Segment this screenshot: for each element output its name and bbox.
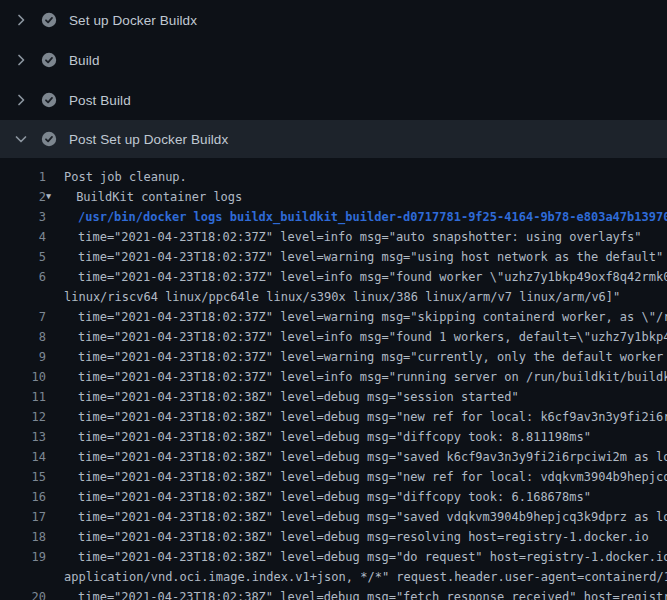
log-line-number: 18 (0, 527, 46, 547)
log-line-number: 1 (0, 167, 46, 187)
log-line-text: application/vnd.oci.image.index.v1+json,… (64, 567, 667, 587)
step-row[interactable]: Post Build (0, 80, 667, 120)
log-line-number: 10 (0, 367, 46, 387)
log-line-text: time="2021-04-23T18:02:38Z" level=debug … (78, 587, 667, 600)
log-area: 1 Post job cleanup. 2 ▼BuildKit containe… (0, 158, 667, 600)
log-line-text: time="2021-04-23T18:02:38Z" level=debug … (78, 427, 667, 447)
log-line-number: 19 (0, 547, 46, 567)
log-line-text: Post job cleanup. (64, 167, 667, 187)
step-row[interactable]: Build (0, 40, 667, 80)
log-line[interactable]: 16 time="2021-04-23T18:02:38Z" level=deb… (0, 487, 667, 507)
log-line[interactable]: 17 time="2021-04-23T18:02:38Z" level=deb… (0, 507, 667, 527)
log-line-number: 2 (0, 187, 46, 207)
log-line[interactable]: 2 ▼BuildKit container logs (0, 187, 667, 207)
log-line-text: time="2021-04-23T18:02:37Z" level=info m… (78, 367, 667, 387)
log-line-number: 15 (0, 467, 46, 487)
log-line[interactable]: 15 time="2021-04-23T18:02:38Z" level=deb… (0, 467, 667, 487)
check-circle-icon (41, 131, 57, 147)
log-line-number: 13 (0, 427, 46, 447)
log-line[interactable]: 13 time="2021-04-23T18:02:38Z" level=deb… (0, 427, 667, 447)
log-line-text: /usr/bin/docker logs buildx_buildkit_bui… (78, 207, 667, 227)
chevron-right-icon[interactable] (13, 92, 29, 108)
log-line[interactable]: 10 time="2021-04-23T18:02:37Z" level=inf… (0, 367, 667, 387)
log-line[interactable]: 14 time="2021-04-23T18:02:38Z" level=deb… (0, 447, 667, 467)
step-label: Post Set up Docker Buildx (69, 132, 228, 147)
log-line-text: time="2021-04-23T18:02:38Z" level=debug … (78, 447, 667, 467)
log-line-number: 9 (0, 347, 46, 367)
log-line[interactable]: 3 /usr/bin/docker logs buildx_buildkit_b… (0, 207, 667, 227)
log-line-text: time="2021-04-23T18:02:38Z" level=debug … (78, 467, 667, 487)
log-line-text: time="2021-04-23T18:02:38Z" level=debug … (78, 527, 667, 547)
steps-list: Set up Docker Buildx Build P (0, 0, 667, 158)
check-circle-icon (41, 12, 57, 28)
log-line-text: time="2021-04-23T18:02:37Z" level=info m… (78, 267, 667, 287)
log-line[interactable]: application/vnd.oci.image.index.v1+json,… (0, 567, 667, 587)
step-row[interactable]: Set up Docker Buildx (0, 0, 667, 40)
log-line[interactable]: 5 time="2021-04-23T18:02:37Z" level=warn… (0, 247, 667, 267)
log-line-text: time="2021-04-23T18:02:38Z" level=debug … (78, 387, 667, 407)
log-line-number: 3 (0, 207, 46, 227)
chevron-right-icon[interactable] (13, 52, 29, 68)
log-line[interactable]: 11 time="2021-04-23T18:02:38Z" level=deb… (0, 387, 667, 407)
log-line[interactable]: linux/riscv64 linux/ppc64le linux/s390x … (0, 287, 667, 307)
log-line[interactable]: 4 time="2021-04-23T18:02:37Z" level=info… (0, 227, 667, 247)
log-line-text: linux/riscv64 linux/ppc64le linux/s390x … (64, 287, 667, 307)
step-label: Post Build (69, 93, 131, 108)
log-line[interactable]: 18 time="2021-04-23T18:02:38Z" level=deb… (0, 527, 667, 547)
log-line[interactable]: 8 time="2021-04-23T18:02:37Z" level=info… (0, 327, 667, 347)
chevron-down-icon[interactable] (13, 131, 29, 147)
log-line-number: 8 (0, 327, 46, 347)
log-line-number: 17 (0, 507, 46, 527)
log-line-text: time="2021-04-23T18:02:37Z" level=warnin… (78, 247, 667, 267)
log-line-number: 16 (0, 487, 46, 507)
log-line-number: 7 (0, 307, 46, 327)
log-line-text: time="2021-04-23T18:02:37Z" level=warnin… (78, 347, 667, 367)
log-line-number (0, 567, 46, 587)
step-label: Set up Docker Buildx (69, 13, 197, 28)
log-line-text: time="2021-04-23T18:02:37Z" level=info m… (78, 327, 667, 347)
log-line[interactable]: 12 time="2021-04-23T18:02:38Z" level=deb… (0, 407, 667, 427)
log-line[interactable]: 7 time="2021-04-23T18:02:37Z" level=warn… (0, 307, 667, 327)
log-line[interactable]: 20 time="2021-04-23T18:02:38Z" level=deb… (0, 587, 667, 600)
log-line-number: 6 (0, 267, 46, 287)
log-line-number: 12 (0, 407, 46, 427)
log-line-number (0, 287, 46, 307)
log-line-number: 14 (0, 447, 46, 467)
check-circle-icon (41, 52, 57, 68)
step-row[interactable]: Post Set up Docker Buildx (0, 120, 667, 158)
log-line-number: 5 (0, 247, 46, 267)
log-line[interactable]: 19 time="2021-04-23T18:02:38Z" level=deb… (0, 547, 667, 567)
log-line-text: time="2021-04-23T18:02:38Z" level=debug … (78, 507, 667, 527)
log-line-number: 11 (0, 387, 46, 407)
log-line-text: time="2021-04-23T18:02:38Z" level=debug … (78, 407, 667, 427)
log-line-text: BuildKit container logs (76, 187, 667, 207)
log-line-text: time="2021-04-23T18:02:38Z" level=debug … (78, 547, 667, 567)
log-line-text: time="2021-04-23T18:02:37Z" level=info m… (78, 227, 667, 247)
step-label: Build (69, 53, 100, 68)
log-line-text: time="2021-04-23T18:02:37Z" level=warnin… (78, 307, 667, 327)
log-line-number: 20 (0, 587, 46, 600)
check-circle-icon (41, 92, 57, 108)
log-line-number: 4 (0, 227, 46, 247)
group-caret-icon[interactable]: ▼ (46, 186, 51, 206)
log-line[interactable]: 1 Post job cleanup. (0, 167, 667, 187)
log-line[interactable]: 6 time="2021-04-23T18:02:37Z" level=info… (0, 267, 667, 287)
chevron-right-icon[interactable] (13, 12, 29, 28)
log-line-text: time="2021-04-23T18:02:38Z" level=debug … (78, 487, 667, 507)
log-line[interactable]: 9 time="2021-04-23T18:02:37Z" level=warn… (0, 347, 667, 367)
